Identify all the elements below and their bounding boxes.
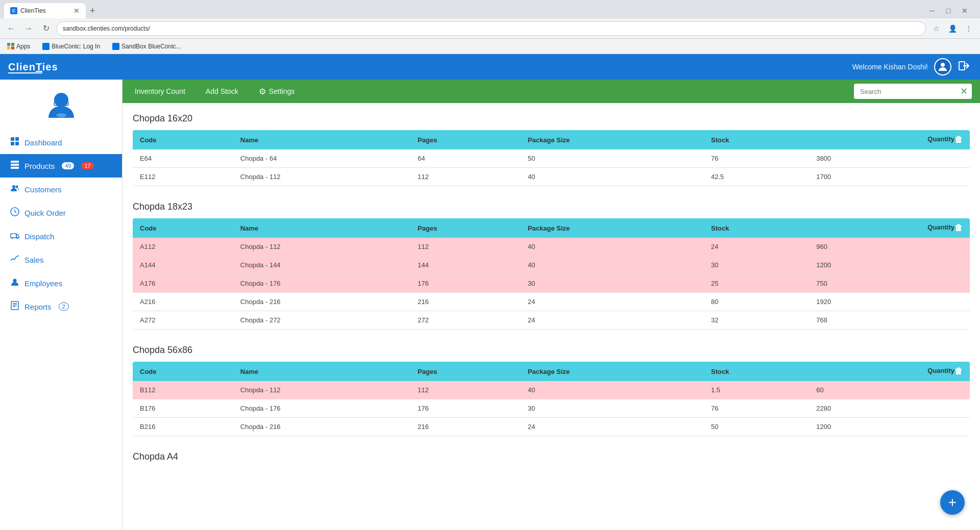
table-row[interactable]: A176 Chopda - 176 176 30 25 750 bbox=[133, 274, 970, 293]
cell-package-size: 24 bbox=[521, 418, 704, 436]
cell-package-size: 30 bbox=[521, 399, 704, 418]
menu-button[interactable]: ⋮ bbox=[962, 21, 976, 36]
sidebar-nav: Dashboard Products 49 17 Customers bbox=[0, 131, 122, 318]
col-name: Name bbox=[233, 218, 410, 238]
cell-code: E64 bbox=[133, 149, 233, 168]
minimize-button[interactable]: ─ bbox=[925, 4, 939, 18]
logout-button[interactable] bbox=[958, 59, 972, 75]
col-stock: Stock bbox=[704, 130, 809, 149]
cell-quantity: 1700 bbox=[809, 168, 970, 186]
inventory-count-button[interactable]: Inventory Count bbox=[131, 84, 189, 98]
customers-label: Customers bbox=[24, 185, 62, 194]
product-group-chopda-56x86: Chopda 56x86 Code Name Pages Package Siz… bbox=[133, 345, 970, 436]
bookmark-star[interactable]: ☆ bbox=[929, 21, 943, 36]
sidebar-item-dashboard[interactable]: Dashboard bbox=[0, 131, 122, 154]
table-row[interactable]: A112 Chopda - 112 112 40 24 960 bbox=[133, 238, 970, 256]
sidebar-item-reports[interactable]: Reports 2 bbox=[0, 295, 122, 318]
add-stock-button[interactable]: Add Stock bbox=[202, 84, 242, 98]
svg-rect-13 bbox=[11, 167, 19, 169]
employees-label: Employees bbox=[24, 279, 62, 288]
col-package-size: Package Size bbox=[521, 362, 704, 381]
delete-group-icon[interactable]: 🗑 bbox=[954, 135, 963, 144]
cell-code: B216 bbox=[133, 418, 233, 436]
bookmark-apps[interactable]: Apps bbox=[4, 42, 33, 51]
settings-button[interactable]: ⚙ Settings bbox=[255, 84, 299, 99]
col-pages: Pages bbox=[410, 362, 521, 381]
table-row[interactable]: A144 Chopda - 144 144 40 30 1200 bbox=[133, 256, 970, 274]
table-row[interactable]: A272 Chopda - 272 272 24 32 768 bbox=[133, 311, 970, 330]
table-row[interactable]: B112 Chopda - 112 112 40 1.5 60 bbox=[133, 381, 970, 399]
cell-pages: 64 bbox=[410, 149, 521, 168]
group-title-chopda-a4: Chopda A4 bbox=[133, 451, 970, 462]
cell-code: B176 bbox=[133, 399, 233, 418]
table-row[interactable]: E112 Chopda - 112 112 40 42.5 1700 bbox=[133, 168, 970, 186]
avatar-icon bbox=[937, 61, 949, 73]
welcome-text: Welcome Kishan Doshi! bbox=[852, 63, 928, 71]
cell-quantity: 1200 bbox=[809, 418, 970, 436]
cell-pages: 144 bbox=[410, 256, 521, 274]
tab-favicon: C bbox=[10, 7, 17, 14]
col-quantity: Quantity 🗑 bbox=[809, 218, 970, 238]
bookmark-sandbox[interactable]: SandBox BlueConic... bbox=[109, 42, 184, 51]
cell-stock: 24 bbox=[704, 238, 809, 256]
settings-icon: ⚙ bbox=[259, 87, 266, 96]
table-row[interactable]: A216 Chopda - 216 216 24 80 1920 bbox=[133, 293, 970, 311]
sidebar-item-quick-order[interactable]: Quick Order bbox=[0, 201, 122, 224]
delete-group-icon[interactable]: 🗑 bbox=[954, 367, 963, 376]
sidebar-item-customers[interactable]: Customers bbox=[0, 178, 122, 201]
sales-label: Sales bbox=[24, 256, 44, 264]
table-row[interactable]: B176 Chopda - 176 176 30 76 2280 bbox=[133, 399, 970, 418]
main-content: Inventory Count Add Stock ⚙ Settings ✕ bbox=[122, 80, 980, 530]
maximize-button[interactable]: □ bbox=[941, 4, 955, 18]
cell-quantity: 1920 bbox=[809, 293, 970, 311]
table-row[interactable]: E64 Chopda - 64 64 50 76 3800 bbox=[133, 149, 970, 168]
avatar[interactable] bbox=[934, 58, 951, 75]
close-window-button[interactable]: ✕ bbox=[958, 4, 972, 18]
svg-point-19 bbox=[17, 238, 18, 239]
logout-icon bbox=[958, 59, 972, 73]
sidebar-item-products[interactable]: Products 49 17 bbox=[0, 154, 122, 178]
bookmark-blueconic[interactable]: BlueConic: Log In bbox=[39, 42, 103, 51]
col-package-size: Package Size bbox=[521, 130, 704, 149]
add-product-button[interactable]: + bbox=[940, 490, 965, 515]
active-tab[interactable]: C ClienTies ✕ bbox=[4, 3, 86, 18]
svg-point-18 bbox=[12, 238, 13, 239]
cell-name: Chopda - 112 bbox=[233, 168, 410, 186]
cell-stock: 1.5 bbox=[704, 381, 809, 399]
search-input[interactable] bbox=[854, 85, 956, 98]
tab-close-button[interactable]: ✕ bbox=[74, 7, 80, 14]
browser-tabs: C ClienTies ✕ + ─ □ ✕ bbox=[0, 0, 980, 18]
sidebar-item-sales[interactable]: Sales bbox=[0, 248, 122, 271]
svg-rect-17 bbox=[11, 234, 16, 238]
forward-button[interactable]: → bbox=[21, 21, 36, 36]
cell-code: B112 bbox=[133, 381, 233, 399]
svg-rect-8 bbox=[15, 137, 19, 141]
cell-quantity: 2280 bbox=[809, 399, 970, 418]
cell-pages: 216 bbox=[410, 293, 521, 311]
sidebar-avatar bbox=[46, 90, 77, 120]
back-button[interactable]: ← bbox=[4, 21, 18, 36]
bookmark-sandbox-label: SandBox BlueConic... bbox=[121, 43, 181, 50]
search-wrapper: ✕ bbox=[854, 84, 972, 99]
address-bar[interactable] bbox=[56, 21, 926, 36]
profile-button[interactable]: 👤 bbox=[945, 21, 960, 36]
cell-quantity: 3800 bbox=[809, 149, 970, 168]
cell-code: E112 bbox=[133, 168, 233, 186]
cell-package-size: 40 bbox=[521, 168, 704, 186]
sidebar-item-dispatch[interactable]: Dispatch bbox=[0, 224, 122, 248]
sales-icon bbox=[10, 254, 19, 265]
cell-stock: 25 bbox=[704, 274, 809, 293]
dashboard-label: Dashboard bbox=[24, 138, 62, 147]
new-tab-button[interactable]: + bbox=[86, 4, 100, 18]
cell-pages: 216 bbox=[410, 418, 521, 436]
svg-rect-10 bbox=[15, 142, 19, 145]
cell-stock: 80 bbox=[704, 293, 809, 311]
table-row[interactable]: B216 Chopda - 216 216 24 50 1200 bbox=[133, 418, 970, 436]
col-name: Name bbox=[233, 362, 410, 381]
cell-name: Chopda - 272 bbox=[233, 311, 410, 330]
reload-button[interactable]: ↻ bbox=[39, 21, 53, 36]
delete-group-icon[interactable]: 🗑 bbox=[954, 223, 963, 233]
search-clear-button[interactable]: ✕ bbox=[956, 84, 972, 99]
cell-name: Chopda - 176 bbox=[233, 274, 410, 293]
sidebar-item-employees[interactable]: Employees bbox=[0, 271, 122, 295]
